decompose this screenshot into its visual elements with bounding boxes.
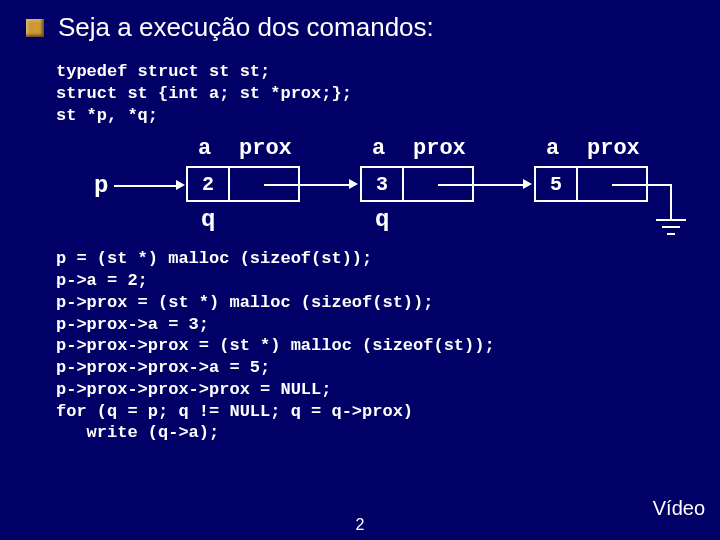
col-header-prox: prox bbox=[413, 136, 466, 161]
code-block-0: typedef struct st st; struct st {int a; … bbox=[56, 61, 694, 126]
col-header-a: a bbox=[546, 136, 559, 161]
node3-a: 5 bbox=[534, 166, 578, 202]
arrow-head-icon bbox=[349, 179, 358, 189]
video-link[interactable]: Vídeo bbox=[653, 497, 705, 520]
code-line: typedef struct st st; bbox=[56, 62, 270, 81]
bullet-icon bbox=[26, 19, 44, 37]
code-line: st *p, *q; bbox=[56, 106, 158, 125]
code-line: write (q->a); bbox=[56, 423, 219, 442]
col-header-a: a bbox=[198, 136, 211, 161]
code-line: struct st {int a; st *prox;}; bbox=[56, 84, 352, 103]
col-header-prox: prox bbox=[587, 136, 640, 161]
arrow-line bbox=[670, 184, 672, 219]
code-line: p->prox = (st *) malloc (sizeof(st)); bbox=[56, 293, 433, 312]
code-line: p->prox->prox->a = 5; bbox=[56, 358, 270, 377]
node1-a: 2 bbox=[186, 166, 230, 202]
code-line: p->prox->prox = (st *) malloc (sizeof(st… bbox=[56, 336, 495, 355]
arrow-line bbox=[114, 185, 176, 187]
ground-icon bbox=[662, 226, 680, 228]
code-line: p->prox->a = 3; bbox=[56, 315, 209, 334]
arrow-line bbox=[612, 184, 672, 186]
node2-a: 3 bbox=[360, 166, 404, 202]
linked-list-diagram: p a prox 2 q a prox 3 q a prox 5 bbox=[56, 136, 694, 244]
pointer-q-label: q bbox=[201, 206, 215, 233]
code-line: p->prox->prox->prox = NULL; bbox=[56, 380, 331, 399]
code-line: p = (st *) malloc (sizeof(st)); bbox=[56, 249, 372, 268]
code-line: p->a = 2; bbox=[56, 271, 148, 290]
ground-icon bbox=[667, 233, 675, 235]
page-title: Seja a execução dos comandos: bbox=[58, 12, 434, 43]
arrow-head-icon bbox=[523, 179, 532, 189]
code-line: for (q = p; q != NULL; q = q->prox) bbox=[56, 402, 413, 421]
pointer-q-label: q bbox=[375, 206, 389, 233]
page-number: 2 bbox=[356, 516, 365, 534]
pointer-p-label: p bbox=[94, 172, 108, 199]
ground-icon bbox=[656, 219, 686, 221]
col-header-a: a bbox=[372, 136, 385, 161]
arrow-head-icon bbox=[176, 180, 185, 190]
code-block-1: p = (st *) malloc (sizeof(st)); p->a = 2… bbox=[56, 248, 694, 444]
col-header-prox: prox bbox=[239, 136, 292, 161]
arrow-line bbox=[438, 184, 523, 186]
arrow-line bbox=[264, 184, 349, 186]
